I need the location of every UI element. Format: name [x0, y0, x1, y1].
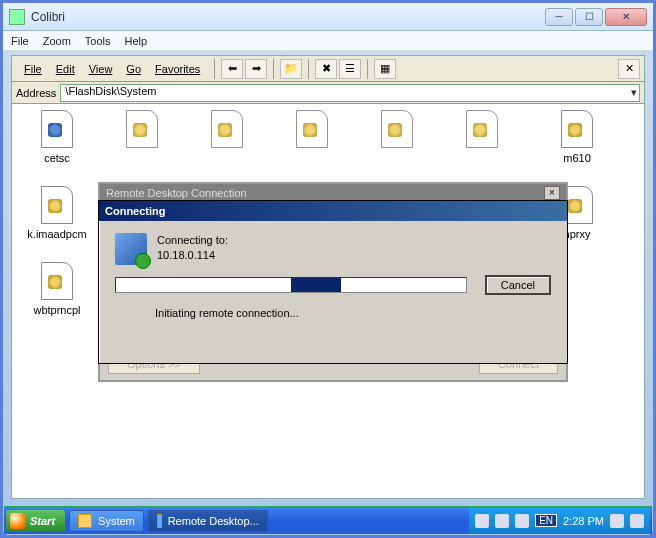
delete-button[interactable]: ✖ [315, 59, 337, 79]
menu-help[interactable]: Help [125, 35, 148, 47]
file-glyph-icon [41, 186, 73, 224]
file-label: wbtprncpl [22, 304, 92, 316]
connecting-to-label: Connecting to: [157, 233, 228, 248]
taskbar-item-label: System [98, 515, 135, 527]
taskbar: Start System Remote Desktop... EN 2:28 P… [4, 506, 652, 534]
address-bar-row: Address \FlashDisk\System [12, 82, 644, 104]
file-glyph-icon [466, 110, 498, 148]
file-icon-imaadpcm[interactable]: k.imaadpcm [22, 186, 92, 240]
exp-menu-edit[interactable]: Edit [50, 61, 81, 77]
rdc-icon [157, 514, 162, 528]
file-icon-generic[interactable] [447, 110, 517, 152]
tray-icon[interactable] [515, 514, 529, 528]
folder-icon [78, 514, 92, 528]
address-input[interactable]: \FlashDisk\System [60, 84, 640, 102]
address-label: Address [16, 87, 56, 99]
file-icon-generic[interactable] [362, 110, 432, 152]
file-glyph-icon [126, 110, 158, 148]
file-icon-generic[interactable] [277, 110, 347, 152]
remote-computer-icon [115, 233, 147, 265]
up-folder-button[interactable]: 📁 [280, 59, 302, 79]
tray-icon[interactable] [475, 514, 489, 528]
menu-zoom[interactable]: Zoom [43, 35, 71, 47]
file-glyph-icon [41, 110, 73, 148]
app-icon [9, 9, 25, 25]
explorer-frame: File Edit View Go Favorites ⬅ ➡ 📁 ✖ ☰ ▦ … [11, 55, 645, 499]
close-button[interactable]: ✕ [605, 8, 647, 26]
views-button[interactable]: ▦ [374, 59, 396, 79]
outer-titlebar: Colibri ─ ☐ ✕ [3, 3, 653, 31]
file-icon-generic[interactable] [192, 110, 262, 152]
file-glyph-icon [561, 110, 593, 148]
taskbar-item-label: Remote Desktop... [168, 515, 259, 527]
file-label: cetsc [22, 152, 92, 164]
menu-file[interactable]: File [11, 35, 29, 47]
taskbar-item-system[interactable]: System [69, 510, 144, 532]
clock: 2:28 PM [563, 515, 604, 527]
rdc-close-icon[interactable]: × [544, 186, 560, 200]
connecting-host: 10.18.0.114 [157, 248, 228, 263]
toolbar-close-icon[interactable]: ✕ [618, 59, 640, 79]
cancel-button[interactable]: Cancel [485, 275, 551, 295]
exp-menu-file[interactable]: File [18, 61, 48, 77]
connecting-dialog: Connecting Connecting to: 10.18.0.114 Ca… [98, 200, 568, 364]
properties-button[interactable]: ☰ [339, 59, 361, 79]
minimize-button[interactable]: ─ [545, 8, 573, 26]
file-glyph-icon [211, 110, 243, 148]
outer-window: Colibri ─ ☐ ✕ File Zoom Tools Help File … [2, 2, 654, 536]
file-icon-generic[interactable] [107, 110, 177, 152]
exp-menu-go[interactable]: Go [120, 61, 147, 77]
file-icon-cetsc[interactable]: cetsc [22, 110, 92, 164]
taskbar-item-remote-desktop[interactable]: Remote Desktop... [148, 510, 268, 532]
exp-menu-view[interactable]: View [83, 61, 119, 77]
file-glyph-icon [296, 110, 328, 148]
connecting-title: Connecting [105, 205, 166, 217]
window-title: Colibri [31, 10, 545, 24]
progress-bar [115, 277, 467, 293]
menu-tools[interactable]: Tools [85, 35, 111, 47]
rdc-title: Remote Desktop Connection [106, 187, 247, 199]
tray-icon[interactable] [495, 514, 509, 528]
file-glyph-icon [381, 110, 413, 148]
back-button[interactable]: ⬅ [221, 59, 243, 79]
start-label: Start [30, 515, 55, 527]
file-label: m610 [542, 152, 612, 164]
show-desktop-icon[interactable] [630, 514, 644, 528]
system-tray: EN 2:28 PM [469, 508, 650, 534]
language-indicator[interactable]: EN [535, 514, 557, 527]
file-icon-wbtprncpl[interactable]: wbtprncpl [22, 262, 92, 316]
file-glyph-icon [41, 262, 73, 300]
file-label: k.imaadpcm [22, 228, 92, 240]
connecting-status: Initiating remote connection... [99, 295, 567, 319]
file-icon-m610[interactable]: m610 [542, 110, 612, 164]
connecting-titlebar: Connecting [99, 201, 567, 221]
start-button[interactable]: Start [6, 510, 65, 532]
tray-icon[interactable] [610, 514, 624, 528]
maximize-button[interactable]: ☐ [575, 8, 603, 26]
explorer-toolbar: File Edit View Go Favorites ⬅ ➡ 📁 ✖ ☰ ▦ … [12, 56, 644, 82]
file-area: cetsc k.imaadpcm wbtprncpl m610 nprxy [12, 104, 644, 498]
outer-menubar: File Zoom Tools Help [3, 31, 653, 51]
forward-button[interactable]: ➡ [245, 59, 267, 79]
exp-menu-favorites[interactable]: Favorites [149, 61, 206, 77]
